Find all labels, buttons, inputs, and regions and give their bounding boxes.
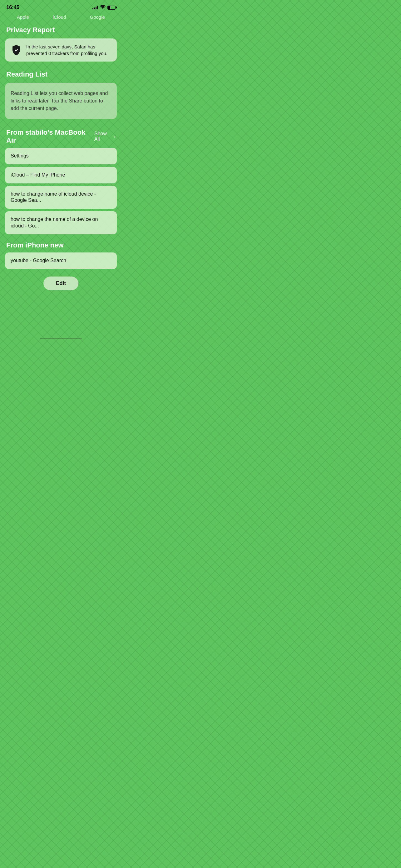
macbook-item-3[interactable]: how to change the name of a device on ic… xyxy=(5,211,117,234)
status-icons xyxy=(93,5,115,10)
reading-list-card: Reading List lets you collect web pages … xyxy=(5,83,117,119)
home-bar xyxy=(40,338,82,339)
privacy-report-heading: Privacy Report xyxy=(0,22,122,37)
bookmarks-bar: Apple iCloud Google xyxy=(0,13,122,22)
from-iphone-header: From iPhone new xyxy=(0,237,122,252)
from-iphone-title: From iPhone new xyxy=(6,241,63,249)
battery-icon xyxy=(107,6,115,10)
show-all-button[interactable]: Show All › xyxy=(94,131,115,142)
privacy-report-text: In the last seven days, Safari has preve… xyxy=(26,43,111,57)
bookmark-icloud[interactable]: iCloud xyxy=(53,14,66,20)
signal-bars-icon xyxy=(93,6,98,9)
macbook-item-2[interactable]: how to change name of icloud device - Go… xyxy=(5,186,117,209)
shield-icon xyxy=(11,44,22,56)
status-bar: 16:45 xyxy=(0,0,122,13)
macbook-item-0[interactable]: Settings xyxy=(5,148,117,164)
iphone-item-0[interactable]: youtube - Google Search xyxy=(5,252,117,269)
reading-list-heading: Reading List xyxy=(0,67,122,82)
bookmark-apple[interactable]: Apple xyxy=(17,14,29,20)
reading-list-text: Reading List lets you collect web pages … xyxy=(11,91,108,111)
edit-button-container: Edit xyxy=(0,272,122,297)
from-macbook-header: From stabilo's MacBook Air Show All › xyxy=(0,124,122,148)
status-time: 16:45 xyxy=(6,4,20,11)
chevron-right-icon: › xyxy=(114,134,115,139)
edit-button[interactable]: Edit xyxy=(43,277,78,290)
privacy-report-card: In the last seven days, Safari has preve… xyxy=(5,38,117,62)
macbook-item-1[interactable]: iCloud – Find My iPhone xyxy=(5,167,117,183)
from-macbook-title: From stabilo's MacBook Air xyxy=(6,128,94,145)
wifi-icon xyxy=(100,5,106,10)
bookmark-google[interactable]: Google xyxy=(90,14,105,20)
